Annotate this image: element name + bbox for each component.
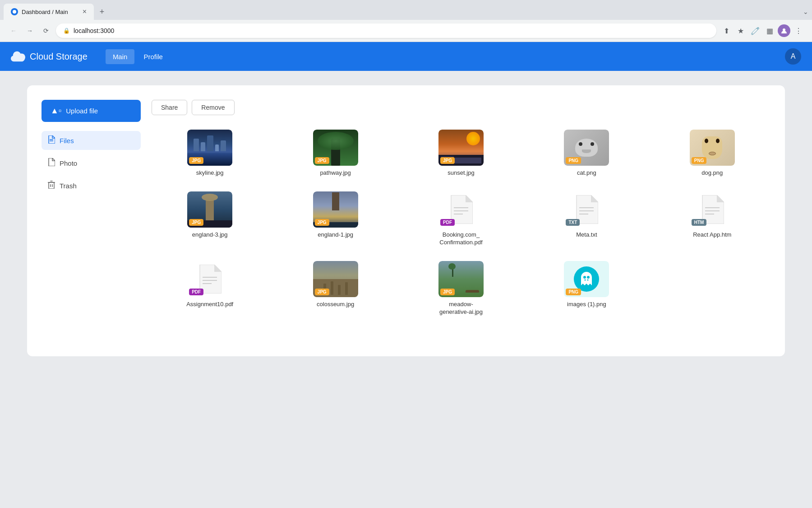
file-item[interactable]: JPG colosseum.jpg — [277, 257, 393, 320]
sidebar-item-files[interactable]: Files — [42, 131, 141, 150]
file-type-badge: JPG — [189, 219, 203, 226]
file-name: cat.png — [577, 169, 596, 177]
brand: Cloud Storage — [11, 49, 88, 64]
upload-icon: ▲▫ — [51, 106, 61, 116]
file-thumbnail: PDF — [187, 261, 232, 297]
file-type-badge: JPG — [315, 219, 329, 226]
nav-link-profile[interactable]: Profile — [136, 49, 170, 64]
forward-button[interactable]: → — [23, 24, 36, 37]
new-tab-button[interactable]: + — [96, 5, 108, 18]
sidebar-item-photo-label: Photo — [60, 159, 77, 167]
tab-right-controls: ⌄ — [803, 8, 808, 15]
remove-button[interactable]: Remove — [192, 100, 234, 115]
close-tab-button[interactable]: × — [83, 8, 87, 15]
file-name: Meta.txt — [576, 231, 597, 239]
file-type-badge: HTM — [692, 219, 707, 226]
svg-point-22 — [585, 279, 586, 280]
brand-label: Cloud Storage — [30, 51, 88, 62]
address-bar: ← → ⟳ 🔒 localhost:3000 ⬆ ★ 🧷 ▦ ⋮ — [0, 20, 812, 42]
file-thumbnail: PNG — [564, 130, 609, 166]
back-button[interactable]: ← — [7, 24, 20, 37]
file-thumbnail: JPG — [438, 130, 484, 166]
share-page-button[interactable]: ⬆ — [720, 24, 733, 37]
file-item[interactable]: JPG england-1.jpg — [277, 188, 393, 250]
trash-icon — [48, 181, 55, 191]
sidebar-item-photo[interactable]: Photo — [42, 154, 141, 172]
file-item[interactable]: PNG images (1).png — [528, 257, 645, 320]
file-type-badge: TXT — [566, 219, 580, 226]
sidebar-item-trash-label: Trash — [60, 182, 77, 190]
file-type-badge: PNG — [566, 289, 581, 295]
sidebar-item-trash[interactable]: Trash — [42, 176, 141, 195]
address-input[interactable]: 🔒 localhost:3000 — [56, 23, 716, 38]
app: Cloud Storage Main Profile A ▲▫ Upload f… — [0, 42, 812, 508]
file-thumbnail: HTM — [690, 191, 735, 228]
nav-link-main[interactable]: Main — [106, 49, 135, 64]
file-item[interactable]: HTM React App.htm — [654, 188, 770, 250]
file-item[interactable]: PDF Assignment10.pdf — [152, 257, 268, 320]
file-name: Booking.com_ Confirmation.pdf — [436, 231, 486, 247]
svg-rect-4 — [49, 182, 54, 189]
main-content: ▲▫ Upload file Files Photo — [0, 71, 812, 371]
nav-avatar[interactable]: A — [785, 48, 801, 65]
file-item[interactable]: JPG england-3.jpg — [152, 188, 268, 250]
menu-button[interactable]: ⋮ — [792, 24, 805, 37]
file-thumbnail: PNG — [690, 130, 735, 166]
nav-links: Main Profile — [106, 49, 785, 64]
file-item[interactable]: JPG skyline.jpg — [152, 126, 268, 181]
file-thumbnail: TXT — [564, 191, 609, 228]
upload-button[interactable]: ▲▫ Upload file — [42, 100, 141, 122]
file-thumbnail: JPG — [313, 261, 358, 297]
browser-chrome: Dashboard / Main × + ⌄ ← → ⟳ 🔒 localhost… — [0, 0, 812, 42]
active-tab[interactable]: Dashboard / Main × — [4, 4, 94, 20]
file-type-badge: JPG — [315, 289, 329, 295]
file-item[interactable]: PNG cat.png — [528, 126, 645, 181]
file-name: Assignment10.pdf — [186, 301, 233, 308]
file-icon — [48, 135, 55, 145]
file-thumbnail: PNG — [564, 261, 609, 297]
upload-label: Upload file — [66, 107, 98, 115]
file-item[interactable]: TXT Meta.txt — [528, 188, 645, 250]
file-type-badge: PDF — [189, 289, 203, 295]
file-item[interactable]: JPG sunset.jpg — [403, 126, 519, 181]
sidebar-toggle-button[interactable]: ▦ — [763, 24, 776, 37]
file-thumbnail: PDF — [438, 191, 484, 228]
content-card: ▲▫ Upload file Files Photo — [27, 85, 785, 356]
browser-user-avatar[interactable] — [778, 24, 790, 37]
file-type-badge: JPG — [440, 157, 455, 164]
file-type-badge: PNG — [566, 157, 581, 164]
file-type-badge: PDF — [440, 219, 455, 226]
file-name: colosseum.jpg — [317, 301, 354, 308]
share-button[interactable]: Share — [152, 100, 187, 115]
file-name: sunset.jpg — [448, 169, 474, 177]
sidebar-item-files-label: Files — [60, 137, 74, 144]
file-name: england-1.jpg — [318, 231, 353, 239]
file-name: React App.htm — [693, 231, 731, 239]
file-grid: JPG skyline.jpg JPG pathway.jpg — [152, 126, 770, 319]
file-item[interactable]: PDF Booking.com_ Confirmation.pdf — [403, 188, 519, 250]
file-item[interactable]: JPG meadow-generative-ai.jpg — [403, 257, 519, 320]
tab-bar: Dashboard / Main × + ⌄ — [0, 0, 812, 20]
sidebar: ▲▫ Upload file Files Photo — [42, 100, 141, 342]
file-type-badge: JPG — [189, 157, 203, 164]
lock-icon: 🔒 — [63, 28, 70, 34]
address-text: localhost:3000 — [74, 27, 114, 34]
svg-point-0 — [13, 10, 16, 14]
extensions-button[interactable]: 🧷 — [749, 24, 761, 37]
file-type-badge: JPG — [315, 157, 329, 164]
bookmark-button[interactable]: ★ — [734, 24, 747, 37]
file-name: pathway.jpg — [320, 169, 351, 177]
file-thumbnail: JPG — [187, 191, 232, 228]
file-thumbnail: JPG — [438, 261, 484, 297]
svg-point-21 — [587, 276, 590, 279]
file-name: images (1).png — [567, 301, 606, 308]
cloud-icon — [11, 49, 25, 64]
tab-title: Dashboard / Main — [22, 9, 79, 15]
file-item[interactable]: JPG pathway.jpg — [277, 126, 393, 181]
svg-point-23 — [587, 279, 589, 280]
reload-button[interactable]: ⟳ — [40, 24, 52, 37]
file-thumbnail: JPG — [187, 130, 232, 166]
file-item[interactable]: PNG dog.png — [654, 126, 770, 181]
svg-point-20 — [583, 276, 586, 279]
tab-favicon — [11, 8, 18, 15]
